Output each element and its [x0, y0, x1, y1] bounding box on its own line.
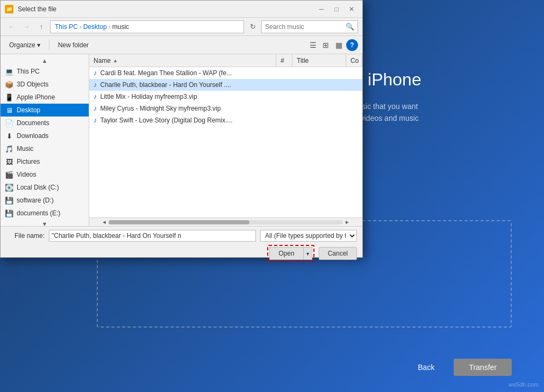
view-details-icon[interactable]: ⊞	[320, 40, 331, 50]
file-hash-cell	[276, 79, 292, 90]
local-disk-icon: 💽	[5, 183, 13, 192]
sidebar-item-desktop[interactable]: 🖥 Desktop	[1, 104, 89, 117]
filetype-select[interactable]: All (File types supported by the	[260, 230, 357, 242]
file-name-cell: ♪ Taylor Swift - Love Story (Digital Dog…	[89, 114, 276, 126]
table-row[interactable]: ♪ Charlie Puth, blackbear - Hard On Your…	[89, 79, 362, 91]
table-row[interactable]: ♪ Cardi B feat. Megan Thee Stallion - WA…	[89, 67, 362, 79]
toolbar-separator	[49, 40, 49, 50]
forward-nav-button[interactable]: →	[20, 20, 33, 33]
sort-arrow: ▲	[113, 58, 118, 63]
new-folder-button[interactable]: New folder	[54, 40, 93, 50]
file-hash-cell	[276, 103, 292, 114]
music-icon: 🎵	[5, 144, 13, 153]
sidebar-item-pictures[interactable]: 🖼 Pictures	[1, 155, 89, 168]
sidebar-item-documents-e[interactable]: 💾 documents (E:)	[1, 207, 89, 220]
documents-icon: 📄	[5, 119, 13, 127]
back-nav-button[interactable]: ←	[5, 20, 18, 33]
column-header-title[interactable]: Title	[292, 54, 346, 67]
back-button[interactable]: Back	[405, 359, 447, 376]
sidebar-item-this-pc[interactable]: 💻 This PC	[1, 65, 89, 78]
scroll-left-arrow[interactable]: ◄	[100, 218, 109, 227]
scrollbar-thumb[interactable]	[109, 220, 249, 224]
desktop-icon: 🖥	[5, 106, 13, 114]
column-header-name[interactable]: Name ▲	[89, 54, 276, 67]
sidebar-item-software-d[interactable]: 💾 software (D:)	[1, 194, 89, 207]
column-header-extra[interactable]: Co	[346, 54, 362, 67]
scroll-right-arrow[interactable]: ►	[343, 218, 352, 227]
sidebar: ▲ 💻 This PC 📦 3D Objects 📱 Apple iPhone …	[1, 54, 89, 226]
sidebar-item-documents[interactable]: 📄 Documents	[1, 117, 89, 129]
sidebar-item-music[interactable]: 🎵 Music	[1, 142, 89, 155]
scroll-down-indicator: ▼	[1, 220, 89, 226]
this-pc-icon: 💻	[5, 67, 13, 76]
search-icon: 🔍	[346, 23, 354, 31]
file-title-cell	[292, 91, 346, 102]
open-button-group: Open ▾	[267, 245, 314, 262]
search-input[interactable]	[265, 23, 346, 31]
file-hash-cell	[276, 67, 292, 78]
file-name-cell: ♪ Charlie Puth, blackbear - Hard On Your…	[89, 79, 276, 90]
sidebar-item-local-disk[interactable]: 💽 Local Disk (C:)	[1, 181, 89, 194]
file-hash-cell	[276, 114, 292, 126]
file-extra-cell	[346, 103, 362, 114]
file-extra-cell	[346, 79, 362, 90]
filename-row: File name: All (File types supported by …	[6, 230, 357, 242]
sidebar-item-downloads[interactable]: ⬇ Downloads	[1, 129, 89, 142]
documents-e-icon: 💾	[5, 209, 13, 217]
toolbar-right: ☰ ⊞ ▦ ?	[307, 39, 358, 51]
help-button[interactable]: ?	[346, 39, 358, 51]
file-title-cell	[292, 79, 346, 90]
bottom-bar: File name: All (File types supported by …	[1, 226, 362, 257]
view-options-icon[interactable]: ▦	[333, 40, 344, 50]
cancel-button[interactable]: Cancel	[319, 247, 357, 260]
sidebar-item-videos[interactable]: 🎬 Videos	[1, 168, 89, 181]
transfer-button[interactable]: Transfer	[454, 359, 512, 376]
music-file-icon: ♪	[94, 69, 97, 77]
refresh-button[interactable]: ↻	[246, 20, 259, 33]
dialog-icon: 📁	[5, 5, 13, 13]
maximize-button[interactable]: □	[330, 4, 343, 14]
scrollbar-track[interactable]	[109, 220, 343, 224]
column-header-hash[interactable]: #	[276, 54, 292, 67]
table-row[interactable]: ♪ Miley Cyrus - Midnight Sky myfreemp3.v…	[89, 103, 362, 114]
file-extra-cell	[346, 91, 362, 102]
file-list-area: Name ▲ # Title Co ♪ Cardi B feat. Mega	[89, 54, 362, 226]
minimize-button[interactable]: ─	[315, 4, 328, 14]
sidebar-item-apple-iphone[interactable]: 📱 Apple iPhone	[1, 91, 89, 104]
table-row[interactable]: ♪ Little Mix - Holiday myfreemp3.vip	[89, 91, 362, 103]
breadcrumb-desktop[interactable]: Desktop	[83, 23, 107, 31]
file-name-cell: ♪ Miley Cyrus - Midnight Sky myfreemp3.v…	[89, 103, 276, 114]
file-extra-cell	[346, 67, 362, 78]
file-dialog: 📁 Select the file ─ □ ✕ ← → ↑ This PC › …	[0, 0, 363, 258]
close-button[interactable]: ✕	[345, 4, 358, 14]
file-name-cell: ♪ Little Mix - Holiday myfreemp3.vip	[89, 91, 276, 102]
bottom-buttons: Back Transfer	[405, 359, 512, 376]
music-file-icon: ♪	[94, 104, 97, 112]
software-d-icon: 💾	[5, 196, 13, 205]
organize-button[interactable]: Organize ▾	[5, 40, 45, 50]
file-name-cell: ♪ Cardi B feat. Megan Thee Stallion - WA…	[89, 67, 276, 78]
file-title-cell	[292, 103, 346, 114]
sidebar-item-3d-objects[interactable]: 📦 3D Objects	[1, 78, 89, 91]
music-file-icon: ♪	[94, 116, 97, 124]
file-title-cell	[292, 67, 346, 78]
breadcrumb-music: music	[112, 23, 129, 31]
file-hash-cell	[276, 91, 292, 102]
videos-icon: 🎬	[5, 170, 13, 179]
file-title-cell	[292, 114, 346, 126]
open-button[interactable]: Open	[269, 247, 303, 260]
address-bar: ← → ↑ This PC › Desktop › music ↻ 🔍	[1, 18, 362, 36]
up-nav-button[interactable]: ↑	[35, 20, 48, 33]
toolbar: Organize ▾ New folder ☰ ⊞ ▦ ?	[1, 36, 362, 54]
filename-input[interactable]	[49, 230, 256, 242]
breadcrumb-this-pc[interactable]: This PC	[55, 23, 78, 31]
pictures-icon: 🖼	[5, 157, 13, 166]
file-list-header: Name ▲ # Title Co	[89, 54, 362, 67]
open-dropdown-button[interactable]: ▾	[303, 247, 312, 260]
music-file-icon: ♪	[94, 81, 97, 89]
view-list-icon[interactable]: ☰	[307, 40, 318, 50]
horizontal-scrollbar[interactable]: ◄ ►	[89, 217, 362, 226]
breadcrumb[interactable]: This PC › Desktop › music	[50, 20, 244, 33]
table-row[interactable]: ♪ Taylor Swift - Love Story (Digital Dog…	[89, 114, 362, 126]
file-extra-cell	[346, 114, 362, 126]
